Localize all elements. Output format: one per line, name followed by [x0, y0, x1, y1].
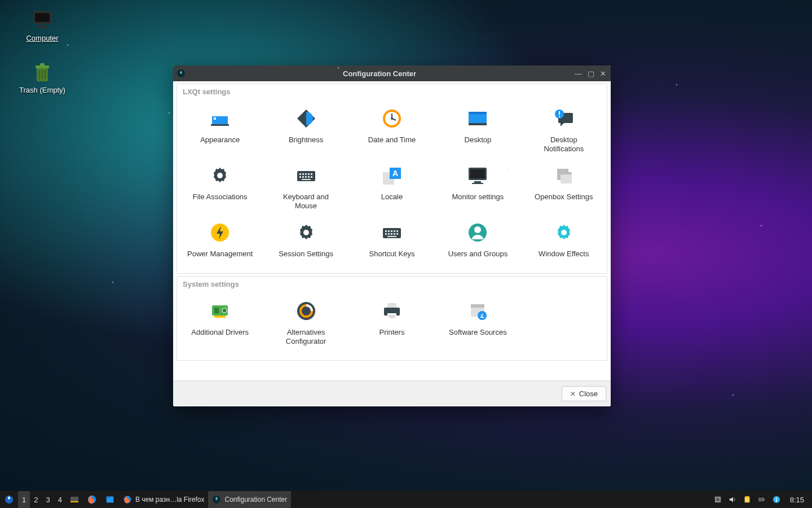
tray-info-icon[interactable]	[770, 491, 783, 508]
svg-rect-3	[37, 27, 48, 28]
svg-rect-82	[471, 304, 484, 308]
item-label: Keyboard and Mouse	[283, 192, 329, 210]
item-kbmouse[interactable]: Keyboard and Mouse	[263, 159, 348, 216]
item-notifications[interactable]: Desktop Notifications	[521, 102, 607, 159]
configuration-center-window: Configuration Center — ▢ ✕ LXQt settings…	[173, 65, 611, 406]
item-drivers[interactable]: Additional Drivers	[177, 294, 263, 351]
item-label: File Associations	[193, 192, 248, 202]
svg-marker-25	[561, 122, 565, 126]
desktop-icon-label: Trash (Empty)	[19, 86, 65, 94]
locale-icon: A	[381, 164, 403, 187]
maximize-button[interactable]: ▢	[588, 69, 594, 78]
tray-clipboard-icon[interactable]	[740, 491, 754, 508]
close-icon: ✕	[570, 390, 576, 398]
section-title: LXQt settings	[177, 84, 607, 99]
keyboard-icon	[381, 221, 403, 244]
desktop-icon-computer[interactable]: Computer	[11, 9, 73, 42]
svg-rect-58	[391, 230, 392, 232]
workspace-3[interactable]: 3	[42, 491, 54, 508]
close-label: Close	[579, 389, 598, 398]
svg-rect-32	[302, 173, 304, 175]
item-appearance[interactable]: Appearance	[177, 102, 263, 159]
svg-rect-12	[212, 113, 228, 116]
svg-rect-102	[776, 499, 777, 501]
item-label: Window Effects	[539, 249, 589, 259]
notifications-icon	[553, 107, 575, 130]
item-locale[interactable]: A Locale	[349, 159, 435, 216]
item-label: Openbox Settings	[535, 192, 593, 202]
item-effects[interactable]: Window Effects	[521, 216, 607, 264]
svg-point-72	[222, 308, 227, 313]
gear-icon	[295, 221, 317, 244]
system-tray: 8:15	[711, 491, 812, 508]
gear-icon	[209, 164, 231, 187]
brightness-icon	[295, 107, 317, 130]
item-monitor[interactable]: Monitor settings	[435, 159, 520, 216]
item-shortcuts[interactable]: Shortcut Keys	[349, 216, 435, 264]
svg-rect-14	[211, 124, 229, 126]
close-window-button[interactable]: ✕	[600, 69, 606, 78]
svg-rect-33	[305, 173, 307, 175]
workspace-1[interactable]: 1	[18, 491, 30, 508]
show-desktop-button[interactable]	[66, 491, 83, 508]
workspace-4[interactable]: 4	[54, 491, 66, 508]
item-users[interactable]: Users and Groups	[435, 216, 520, 264]
item-datetime[interactable]: Date and Time	[349, 102, 435, 159]
tray-updates-icon[interactable]	[711, 491, 725, 508]
svg-text:A: A	[392, 169, 398, 178]
item-desktop[interactable]: Desktop	[435, 102, 520, 159]
clock[interactable]: 8:15	[784, 496, 810, 504]
svg-rect-98	[745, 496, 748, 498]
item-label: Date and Time	[368, 135, 416, 144]
launcher-firefox[interactable]	[83, 491, 101, 508]
svg-rect-62	[388, 233, 390, 235]
task-config-center[interactable]: Configuration Center	[208, 491, 291, 508]
svg-rect-103	[776, 498, 777, 499]
item-label: Alternatives Configurator	[286, 328, 326, 345]
tray-volume-icon[interactable]	[726, 491, 739, 508]
svg-rect-57	[388, 230, 390, 232]
svg-rect-100	[764, 499, 765, 500]
svg-rect-47	[474, 181, 481, 183]
item-software[interactable]: Software Sources	[435, 294, 520, 351]
svg-point-54	[303, 230, 309, 235]
clock-icon	[381, 107, 403, 130]
item-brightness[interactable]: Brightness	[263, 102, 348, 159]
svg-rect-59	[394, 230, 395, 232]
task-label: Configuration Center	[224, 496, 287, 503]
section-lxqt: LXQt settings Appearance Brightness Date…	[176, 84, 607, 274]
item-label: Appearance	[200, 135, 240, 144]
svg-rect-71	[214, 308, 219, 313]
start-menu-button[interactable]	[0, 491, 18, 508]
svg-rect-37	[302, 176, 304, 178]
desktop-icon-trash[interactable]: Trash (Empty)	[11, 61, 73, 94]
item-openbox[interactable]: Openbox Settings	[521, 159, 607, 216]
task-firefox[interactable]: В чем разн…la Firefox	[119, 491, 209, 508]
minimize-button[interactable]: —	[575, 69, 582, 78]
users-icon	[466, 221, 489, 244]
launcher-files[interactable]	[101, 491, 119, 508]
svg-rect-7	[39, 70, 40, 79]
section-system: System settings Additional Drivers Alter…	[176, 276, 607, 361]
item-session[interactable]: Session Settings	[263, 216, 348, 264]
item-power[interactable]: Power Management	[177, 216, 263, 264]
item-label: Shortcut Keys	[369, 249, 415, 259]
item-alternatives[interactable]: Alternatives Configurator	[263, 294, 348, 351]
svg-rect-73	[214, 316, 226, 318]
svg-point-68	[474, 226, 481, 233]
svg-rect-41	[302, 179, 311, 180]
workspace-2[interactable]: 2	[30, 491, 42, 508]
tray-battery-icon[interactable]	[755, 491, 769, 508]
svg-rect-78	[387, 313, 396, 319]
svg-rect-35	[311, 173, 312, 175]
keyboard-icon	[295, 164, 317, 187]
item-label: Printers	[379, 328, 405, 337]
item-fileassoc[interactable]: File Associations	[177, 159, 263, 216]
window-titlebar[interactable]: Configuration Center — ▢ ✕	[173, 65, 611, 81]
close-button[interactable]: ✕ Close	[562, 386, 606, 401]
svg-marker-96	[729, 497, 732, 502]
item-printers[interactable]: Printers	[349, 294, 435, 351]
svg-rect-13	[214, 117, 216, 120]
item-label: Desktop Notifications	[544, 135, 584, 153]
svg-rect-5	[36, 65, 49, 68]
